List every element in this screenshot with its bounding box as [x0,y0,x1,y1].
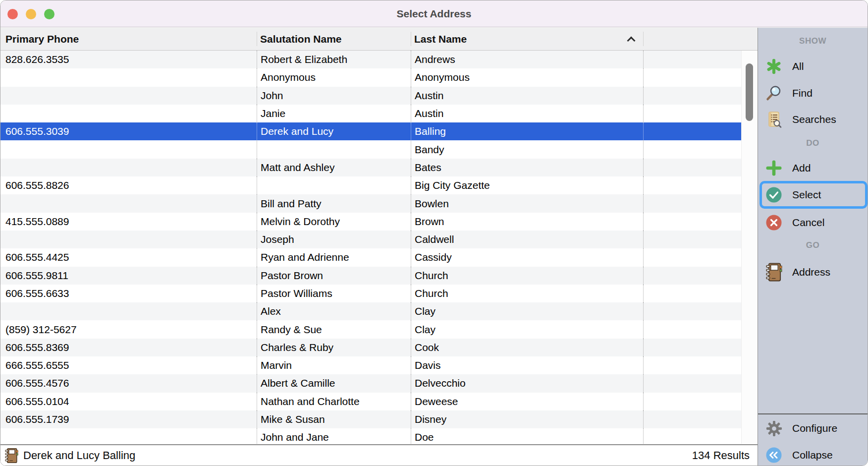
sidebar-item-select[interactable]: Select [758,186,868,204]
table-row[interactable]: 606.555.1739 Mike & Susan Disney [0,410,741,428]
asterisk-icon [765,58,782,75]
cell-salutation-name: Pastor Williams [257,285,411,302]
cell-last-name: Austin [411,87,643,105]
table-row[interactable]: Janie Austin [0,105,741,122]
cell-primary-phone: 606.555.4576 [0,374,257,392]
table-row[interactable]: John Austin [0,87,741,105]
table-row[interactable]: (859) 312-5627 Randy & Sue Clay [0,320,741,338]
cell-last-name: Big City Gazette [411,176,643,194]
column-header-salutation-name[interactable]: Salutation Name [257,28,411,50]
table-row[interactable]: Matt and Ashley Bates [0,159,741,176]
cell-empty [643,68,741,86]
table-row[interactable]: 606.555.4425 Ryan and Adrienne Cassidy [0,248,741,266]
cell-salutation-name: Janie [257,105,411,122]
select-address-window: Select Address Primary Phone Salutation … [0,0,868,466]
sidebar-divider [758,413,868,414]
cell-empty [643,302,741,320]
section-label-do: DO [758,138,868,148]
cell-salutation-name: Randy & Sue [257,320,411,338]
cell-primary-phone: 606.555.3039 [0,122,257,140]
cell-last-name: Caldwell [411,231,643,248]
table-row[interactable]: 666.555.6555 Marvin Davis [0,356,741,374]
cell-salutation-name: Bill and Patty [257,194,411,212]
table-row[interactable]: Alex Clay [0,302,741,320]
cell-primary-phone [0,159,257,176]
column-header-empty[interactable] [643,28,758,50]
table-row[interactable]: 606.555.8369 Charles & Ruby Cook [0,339,741,356]
cell-last-name: Bandy [411,140,643,158]
cell-salutation-name: Marvin [257,356,411,374]
current-selection-text: Derek and Lucy Balling [23,449,135,462]
gear-icon [765,420,782,437]
table-row[interactable]: John and Jane Doe [0,428,741,444]
sidebar-item-collapse[interactable]: Collapse [758,446,868,464]
cell-last-name: Cassidy [411,248,643,266]
cell-primary-phone [0,140,257,158]
cell-primary-phone: 606.555.8369 [0,339,257,356]
column-header-primary-phone[interactable]: Primary Phone [0,28,257,50]
cell-salutation-name [257,176,411,194]
scrollbar-thumb[interactable] [746,63,753,121]
cell-empty [643,51,741,68]
close-button[interactable] [7,9,18,19]
zoom-button[interactable] [44,9,54,19]
cell-salutation-name: Melvin & Dorothy [257,213,411,231]
sidebar-item-cancel[interactable]: Cancel [758,214,868,232]
minimize-button[interactable] [26,9,36,19]
cell-primary-phone: 606.555.6633 [0,285,257,302]
column-header-last-name[interactable]: Last Name [411,28,643,50]
table-row[interactable]: 606.555.9811 Pastor Brown Church [0,267,741,285]
table-body: 828.626.3535 Robert & Elizabeth Andrews … [0,51,758,444]
window-controls [7,9,54,19]
cell-last-name: Cook [411,339,643,356]
cell-primary-phone [0,105,257,122]
table-row[interactable]: 606.555.3039 Derek and Lucy Balling [0,122,741,140]
cell-salutation-name: Ryan and Adrienne [257,248,411,266]
cell-empty [643,410,741,428]
check-circle-icon [765,186,782,203]
cell-empty [643,285,741,302]
cell-last-name: Doe [411,428,643,444]
table-row[interactable]: Anonymous Anonymous [0,68,741,86]
cell-last-name: Brown [411,213,643,231]
table-row[interactable]: 606.555.8826 Big City Gazette [0,176,741,194]
table-row[interactable]: Bandy [0,140,741,158]
status-bar: Derek and Lucy Balling 134 Results [0,444,758,466]
cell-empty [643,356,741,374]
cell-last-name: Church [411,267,643,285]
sidebar-item-add[interactable]: Add [758,159,868,177]
table-row[interactable]: Bill and Patty Bowlen [0,194,741,212]
cell-last-name: Anonymous [411,68,643,86]
window-title: Select Address [397,8,472,20]
address-book-icon [765,264,782,281]
section-label-go: GO [758,240,868,250]
sidebar-item-find[interactable]: Find [758,84,868,102]
cell-empty [643,267,741,285]
sidebar-item-configure[interactable]: Configure [758,419,868,437]
sidebar-item-all[interactable]: All [758,58,868,75]
table-row[interactable]: 828.626.3535 Robert & Elizabeth Andrews [0,51,741,68]
table-row[interactable]: 606.555.0104 Nathan and Charlotte Dewees… [0,393,741,410]
cell-last-name: Bates [411,159,643,176]
table-row[interactable]: 415.555.0889 Melvin & Dorothy Brown [0,213,741,231]
address-book-icon [4,447,18,465]
cell-salutation-name: John [257,87,411,105]
cell-last-name: Clay [411,302,643,320]
table-row[interactable]: 606.555.6633 Pastor Williams Church [0,285,741,302]
table-row[interactable]: Joseph Caldwell [0,231,741,248]
cell-empty [643,194,741,212]
cell-empty [643,374,741,392]
saved-searches-icon [765,111,782,128]
cell-empty [643,176,741,194]
cell-last-name: Austin [411,105,643,122]
cell-last-name: Andrews [411,51,643,68]
plus-icon [765,160,782,176]
titlebar: Select Address [0,0,868,27]
cell-primary-phone [0,428,257,444]
sidebar-item-searches[interactable]: Searches [758,111,868,128]
table-row[interactable]: 606.555.4576 Albert & Camille Delvecchio [0,374,741,392]
cell-empty [643,159,741,176]
cell-empty [643,87,741,105]
x-circle-icon [765,214,782,231]
sidebar-item-address[interactable]: Address [758,263,868,281]
